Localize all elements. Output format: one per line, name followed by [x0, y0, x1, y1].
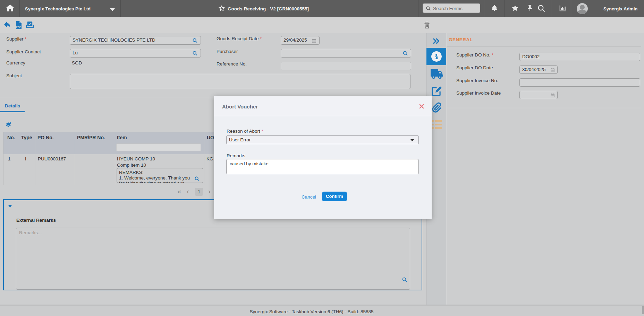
svg-text:PDF: PDF — [16, 26, 21, 28]
